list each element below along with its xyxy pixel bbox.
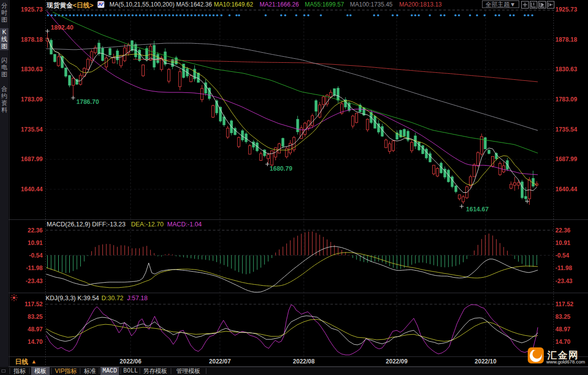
svg-text:10.91: 10.91 bbox=[555, 239, 570, 246]
svg-text:▲: ▲ bbox=[31, 358, 37, 364]
svg-text:-23.43: -23.43 bbox=[26, 278, 43, 285]
svg-text:1786.70: 1786.70 bbox=[76, 98, 99, 105]
svg-text:1614.67: 1614.67 bbox=[466, 206, 489, 213]
svg-text:日线: 日线 bbox=[15, 358, 28, 365]
svg-text:2022/10: 2022/10 bbox=[475, 358, 497, 365]
svg-text:1640.44: 1640.44 bbox=[21, 186, 43, 193]
svg-text:1783.09: 1783.09 bbox=[555, 96, 577, 103]
svg-text:1878.18: 1878.18 bbox=[555, 36, 577, 43]
svg-text:14.70: 14.70 bbox=[28, 338, 43, 345]
svg-text:22.36: 22.36 bbox=[555, 227, 570, 234]
svg-text:-0.54: -0.54 bbox=[29, 252, 43, 259]
svg-text:48.97: 48.97 bbox=[28, 326, 43, 333]
svg-text:D:30.72: D:30.72 bbox=[101, 295, 124, 302]
svg-text:-23.43: -23.43 bbox=[555, 278, 572, 285]
svg-text:48.97: 48.97 bbox=[555, 326, 570, 333]
svg-text:1687.99: 1687.99 bbox=[21, 156, 43, 163]
svg-text:1783.09: 1783.09 bbox=[21, 96, 43, 103]
svg-text:1680.79: 1680.79 bbox=[270, 165, 292, 172]
svg-text:1640.44: 1640.44 bbox=[555, 186, 577, 193]
svg-text:2022/08: 2022/08 bbox=[293, 358, 315, 365]
svg-text:1892.40: 1892.40 bbox=[51, 24, 73, 31]
svg-text:MACD(26,12,9) DIFF:-13.23: MACD(26,12,9) DIFF:-13.23 bbox=[47, 221, 126, 228]
svg-text:14.70: 14.70 bbox=[555, 338, 570, 345]
svg-text:117.52: 117.52 bbox=[555, 301, 573, 308]
svg-text:22.36: 22.36 bbox=[28, 227, 43, 234]
svg-text:DEA:-12.70: DEA:-12.70 bbox=[131, 221, 164, 228]
svg-text:1735.54: 1735.54 bbox=[21, 126, 43, 133]
svg-text:1878.18: 1878.18 bbox=[21, 36, 43, 43]
svg-text:-11.98: -11.98 bbox=[26, 265, 43, 272]
svg-text:J:57.18: J:57.18 bbox=[127, 295, 148, 302]
svg-text:1830.63: 1830.63 bbox=[21, 66, 43, 73]
svg-text:2022/09: 2022/09 bbox=[386, 358, 408, 365]
svg-text:-11.98: -11.98 bbox=[555, 265, 572, 272]
svg-text:1687.99: 1687.99 bbox=[555, 156, 577, 163]
svg-text:-0.54: -0.54 bbox=[555, 252, 569, 259]
svg-text:1830.63: 1830.63 bbox=[555, 66, 577, 73]
svg-text:83.25: 83.25 bbox=[555, 313, 570, 320]
svg-text:117.52: 117.52 bbox=[25, 301, 43, 308]
svg-text:KDJ(9,3,3) K:39.54: KDJ(9,3,3) K:39.54 bbox=[46, 295, 99, 302]
svg-text:83.25: 83.25 bbox=[28, 313, 43, 320]
svg-text:1735.54: 1735.54 bbox=[555, 126, 577, 133]
svg-text:MACD:-1.04: MACD:-1.04 bbox=[167, 221, 202, 228]
svg-text:2022/06: 2022/06 bbox=[120, 358, 142, 365]
svg-text:1925.73: 1925.73 bbox=[555, 6, 577, 13]
svg-text:2022/07: 2022/07 bbox=[209, 358, 231, 365]
svg-text:10.91: 10.91 bbox=[28, 239, 43, 246]
svg-text:1925.73: 1925.73 bbox=[21, 6, 43, 13]
